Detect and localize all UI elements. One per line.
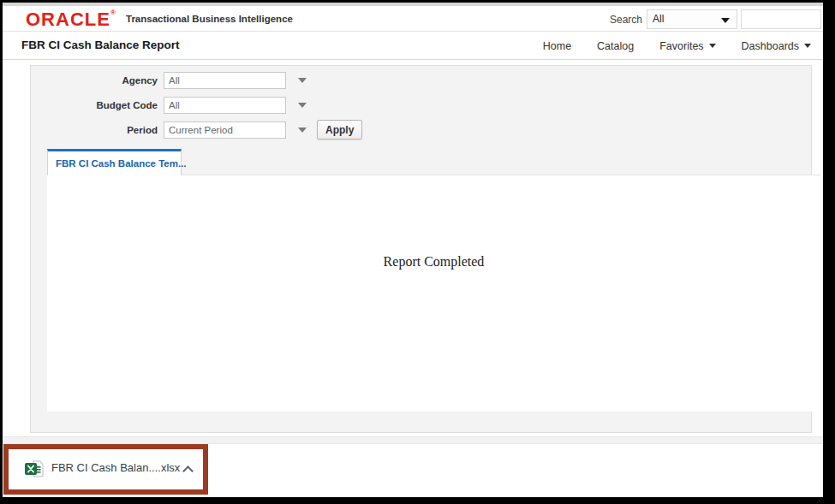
download-shelf: FBR CI Cash Balan....xlsx: [3, 444, 823, 497]
nav-catalog[interactable]: Catalog: [597, 40, 634, 52]
budget-code-label: Budget Code: [31, 100, 164, 110]
oracle-logo-text: ORACLE: [26, 9, 110, 30]
agency-dropdown-icon[interactable]: [298, 78, 307, 83]
screenshot-frame: ORACLE® Transactional Business Intellige…: [0, 0, 835, 504]
chevron-down-icon: [804, 44, 811, 48]
nav-home-label: Home: [543, 40, 571, 52]
filter-row-period: Period Apply: [31, 121, 362, 139]
agency-label: Agency: [31, 75, 164, 86]
chevron-down-icon: [721, 18, 730, 23]
download-item[interactable]: FBR CI Cash Balan....xlsx: [3, 444, 208, 495]
budget-code-dropdown-icon[interactable]: [298, 103, 307, 108]
search-scope-value: All: [653, 13, 664, 25]
period-dropdown-icon[interactable]: [298, 127, 307, 133]
global-nav: Home Catalog Favorites Dashboards: [543, 32, 814, 60]
tab-fbr-ci-cash-balance-template[interactable]: FBR CI Cash Balance Tem...: [47, 149, 182, 175]
nav-home[interactable]: Home: [543, 40, 571, 52]
report-title-bar: FBR CI Cash Balance Report Home Catalog …: [3, 32, 823, 60]
filter-row-budget-code: Budget Code: [31, 96, 307, 114]
browser-viewport: ORACLE® Transactional Business Intellige…: [3, 3, 823, 497]
filter-row-agency: Agency: [31, 71, 307, 89]
nav-favorites-label: Favorites: [659, 40, 703, 52]
budget-code-field[interactable]: [164, 97, 286, 114]
nav-favorites[interactable]: Favorites: [659, 40, 715, 52]
nav-dashboards-label: Dashboards: [742, 40, 799, 52]
page-bottom-strip: [3, 436, 823, 444]
registered-mark-icon: ®: [110, 9, 116, 16]
chevron-up-icon[interactable]: [182, 465, 194, 477]
app-header: ORACLE® Transactional Business Intellige…: [3, 6, 823, 32]
download-file-name: FBR CI Cash Balan....xlsx: [51, 461, 180, 474]
product-name: Transactional Business Intelligence: [126, 14, 293, 24]
nav-catalog-label: Catalog: [597, 40, 634, 52]
search-scope-select[interactable]: All: [647, 9, 737, 29]
period-field[interactable]: [164, 122, 286, 139]
nav-dashboards[interactable]: Dashboards: [742, 40, 811, 52]
report-content-area: Report Completed: [47, 175, 820, 412]
chevron-down-icon: [709, 44, 716, 48]
excel-file-icon: [24, 459, 45, 479]
search-input[interactable]: [741, 9, 821, 29]
tab-label: FBR CI Cash Balance Tem...: [48, 151, 181, 169]
period-label: Period: [31, 125, 164, 135]
report-status-text: Report Completed: [47, 254, 820, 270]
agency-field[interactable]: [164, 72, 286, 89]
apply-button[interactable]: Apply: [317, 120, 362, 139]
oracle-logo: ORACLE®: [26, 9, 116, 31]
page-title: FBR CI Cash Balance Report: [21, 39, 180, 51]
search-label: Search: [610, 14, 642, 26]
